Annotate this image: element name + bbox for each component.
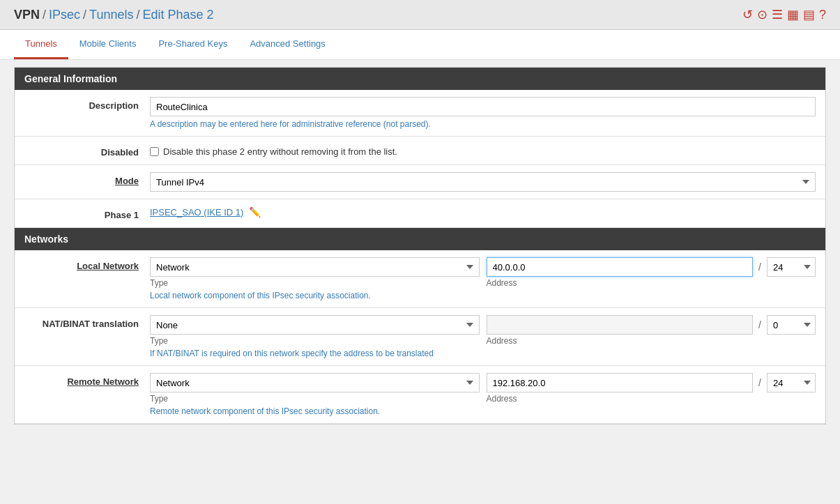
mode-content: Tunnel IPv4 Tunnel IPv6 Transport: [150, 172, 816, 192]
reload-icon[interactable]: ↺: [742, 7, 753, 22]
description-label: Description: [24, 97, 150, 111]
disabled-checkbox[interactable]: [150, 147, 159, 156]
nat-binat-label: NAT/BINAT translation: [24, 315, 150, 329]
nat-help: If NAT/BINAT is required on this network…: [150, 349, 816, 358]
nat-type-col: None Network Address Type: [150, 315, 480, 346]
header-icons: ↺ ⊙ ☰ ▦ ▤ ?: [742, 7, 826, 22]
disabled-checkbox-label: Disable this phase 2 entry without remov…: [163, 146, 397, 157]
phase1-label: Phase 1: [24, 206, 150, 220]
remote-network-type-select[interactable]: Network Address LAN Subnet: [150, 373, 480, 392]
local-network-address-label: Address: [487, 278, 816, 288]
help-icon[interactable]: ?: [819, 8, 826, 22]
breadcrumb-ipsec[interactable]: IPsec: [49, 8, 80, 22]
general-information-header: General Information: [15, 68, 825, 90]
nat-type-select[interactable]: None Network Address: [150, 315, 480, 335]
breadcrumb-edit-phase2: Edit Phase 2: [142, 8, 213, 22]
nat-address-label: Address: [487, 336, 816, 346]
tab-mobile-clients[interactable]: Mobile Clients: [68, 30, 148, 59]
local-network-label: Local Network: [24, 257, 150, 271]
remote-network-help: Remote network component of this IPsec s…: [150, 406, 816, 416]
nat-binat-content: None Network Address Type / 0 8 16: [150, 315, 816, 358]
nat-ip-input[interactable]: [487, 315, 754, 335]
local-network-type-col: Network Address LAN Subnet Type: [150, 257, 480, 288]
remote-cidr-select[interactable]: 8 16 24 32: [767, 373, 816, 392]
local-network-type-select[interactable]: Network Address LAN Subnet: [150, 257, 480, 277]
list-icon[interactable]: ☰: [772, 7, 783, 22]
remote-address-label: Address: [487, 394, 816, 404]
phase1-link[interactable]: IPSEC_SAO (IKE ID 1): [150, 207, 243, 217]
local-network-addr-col: / 8 16 24 32 Address: [487, 257, 816, 288]
mode-select[interactable]: Tunnel IPv4 Tunnel IPv6 Transport: [150, 172, 816, 192]
remote-network-row: Remote Network Network Address LAN Subne…: [15, 366, 825, 424]
local-network-content: Network Address LAN Subnet Type / 8 16 2…: [150, 257, 816, 300]
chart-icon[interactable]: ▦: [787, 7, 799, 22]
remote-addr-col: / 8 16 24 32 Address: [487, 373, 816, 404]
remote-network-label: Remote Network: [24, 373, 150, 387]
nat-addr-col: / 0 8 16 24 32 Address: [487, 315, 816, 346]
description-input[interactable]: [150, 97, 816, 116]
stop-icon[interactable]: ⊙: [757, 7, 768, 22]
disabled-label: Disabled: [24, 144, 150, 158]
log-icon[interactable]: ▤: [803, 7, 815, 22]
tab-bar: Tunnels Mobile Clients Pre-Shared Keys A…: [0, 30, 840, 60]
local-network-cidr-select[interactable]: 8 16 24 32: [767, 257, 816, 277]
local-network-slash: /: [756, 261, 764, 273]
description-row: Description A description may be entered…: [15, 90, 825, 137]
description-content: A description may be entered here for ad…: [150, 97, 816, 129]
tab-pre-shared-keys[interactable]: Pre-Shared Keys: [147, 30, 238, 59]
remote-type-col: Network Address LAN Subnet Type: [150, 373, 480, 404]
nat-binat-row: NAT/BINAT translation None Network Addre…: [15, 308, 825, 366]
local-network-ip-input[interactable]: [487, 257, 754, 277]
phase1-row: Phase 1 IPSEC_SAO (IKE ID 1) ✏️: [15, 199, 825, 228]
local-network-help: Local network component of this IPsec se…: [150, 291, 816, 300]
remote-network-content: Network Address LAN Subnet Type / 8 16 2…: [150, 373, 816, 416]
description-help: A description may be entered here for ad…: [150, 119, 816, 129]
page-header: VPN / IPsec / Tunnels / Edit Phase 2 ↺ ⊙…: [0, 0, 840, 30]
tab-tunnels[interactable]: Tunnels: [14, 30, 68, 59]
remote-type-label: Type: [150, 394, 480, 404]
local-network-row: Local Network Network Address LAN Subnet…: [15, 250, 825, 308]
nat-type-label: Type: [150, 336, 480, 346]
mode-label: Mode: [24, 172, 150, 186]
disabled-content: Disable this phase 2 entry without remov…: [150, 144, 816, 157]
networks-header: Networks: [15, 228, 825, 250]
phase1-edit-icon[interactable]: ✏️: [249, 206, 261, 217]
nat-cidr-select[interactable]: 0 8 16 24 32: [767, 315, 816, 335]
tab-advanced-settings[interactable]: Advanced Settings: [238, 30, 336, 59]
nat-slash: /: [756, 319, 764, 330]
remote-network-ip-input[interactable]: [487, 373, 754, 392]
phase1-content: IPSEC_SAO (IKE ID 1) ✏️: [150, 206, 816, 217]
disabled-row: Disabled Disable this phase 2 entry with…: [15, 137, 825, 165]
mode-row: Mode Tunnel IPv4 Tunnel IPv6 Transport: [15, 165, 825, 199]
breadcrumb-tunnels[interactable]: Tunnels: [89, 8, 133, 22]
main-content: General Information Description A descri…: [14, 67, 826, 425]
breadcrumb: VPN / IPsec / Tunnels / Edit Phase 2: [14, 8, 214, 22]
breadcrumb-vpn: VPN: [14, 8, 40, 22]
local-network-type-label: Type: [150, 278, 480, 288]
remote-slash: /: [756, 377, 764, 388]
